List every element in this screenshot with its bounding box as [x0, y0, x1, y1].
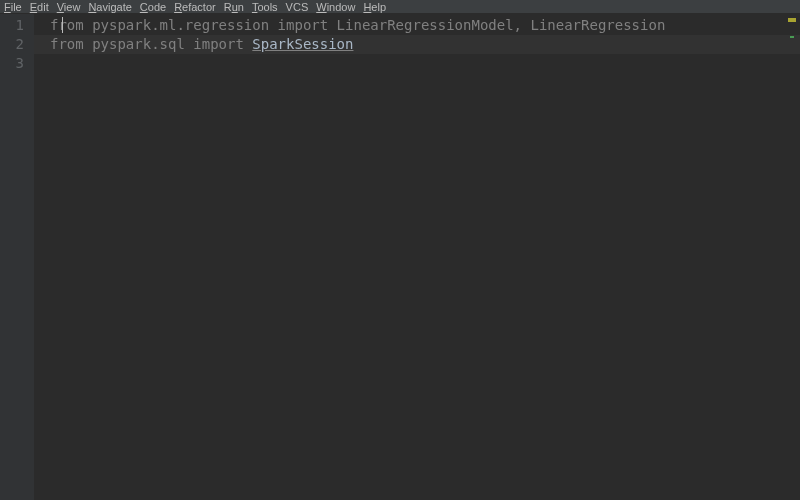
menu-tools[interactable]: Tools	[252, 0, 278, 14]
code-line-2[interactable]: from pyspark.sql import SparkSession	[34, 35, 800, 54]
menu-run[interactable]: Run	[224, 0, 244, 14]
code-line-1[interactable]: from pyspark.ml.regression import Linear…	[34, 16, 800, 35]
imported-class: SparkSession	[252, 36, 353, 52]
caret	[62, 17, 63, 33]
menu-edit[interactable]: Edit	[30, 0, 49, 14]
menu-help[interactable]: Help	[363, 0, 386, 14]
menu-vcs[interactable]: VCS	[286, 0, 309, 14]
line-number-2[interactable]: 2	[0, 35, 34, 54]
keyword-import: import	[193, 36, 244, 52]
menu-view[interactable]: View	[57, 0, 81, 14]
keyword-from: from	[50, 17, 84, 33]
line-number-3[interactable]: 3	[0, 54, 34, 73]
analysis-marker-icon	[790, 36, 794, 38]
module-path: pyspark.sql	[84, 36, 194, 52]
warning-indicator-icon[interactable]	[788, 18, 796, 22]
keyword-import: import	[278, 17, 329, 33]
gutter: 1 2 3	[0, 14, 34, 500]
menu-window[interactable]: Window	[316, 0, 355, 14]
editor[interactable]: 1 2 3 from pyspark.ml.regression import …	[0, 14, 800, 500]
line-number-1[interactable]: 1	[0, 16, 34, 35]
menu-bar: File Edit View Navigate Code Refactor Ru…	[0, 0, 800, 14]
code-area[interactable]: from pyspark.ml.regression import Linear…	[34, 14, 800, 500]
menu-navigate[interactable]: Navigate	[88, 0, 131, 14]
module-path: pyspark.ml.regression	[84, 17, 278, 33]
keyword-from: from	[50, 36, 84, 52]
menu-refactor[interactable]: Refactor	[174, 0, 216, 14]
menu-file[interactable]: File	[4, 0, 22, 14]
imported-names: LinearRegressionModel, LinearRegression	[328, 17, 665, 33]
code-line-3[interactable]	[34, 54, 800, 73]
menu-code[interactable]: Code	[140, 0, 166, 14]
